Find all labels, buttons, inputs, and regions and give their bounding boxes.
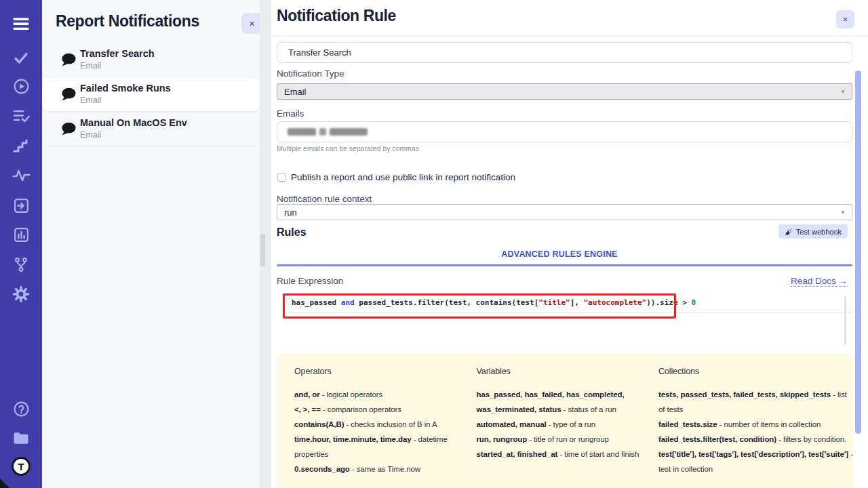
code-token-plain: ], — [570, 298, 584, 307]
list-item-title: Transfer Search — [80, 48, 155, 59]
emails-label: Emails — [277, 108, 304, 119]
help-entry: started_at, finished_at - time of start … — [476, 447, 640, 462]
rule-expression-label: Rule Expression — [277, 276, 343, 286]
help-column-title: Variables — [476, 364, 640, 379]
help-entry: time.hour, time.minute, time.day - datet… — [294, 432, 458, 462]
notification-type-label: Notification Type — [277, 68, 344, 79]
help-column-title: Operators — [294, 364, 458, 379]
header-divider — [271, 35, 868, 36]
code-token-string: "title" — [538, 298, 570, 307]
code-line: has_passed and passed_tests.filter(test,… — [283, 293, 853, 313]
rule-context-select[interactable]: run ▼ — [277, 204, 852, 220]
close-icon: × — [249, 18, 254, 29]
list-item[interactable]: Failed Smoke RunsEmail — [42, 77, 260, 112]
list-item-title: Manual On MacOS Env — [80, 117, 187, 128]
test-webhook-label: Test webhook — [796, 228, 842, 236]
sidebar-folder-icon[interactable] — [0, 428, 42, 448]
help-entry: 0.seconds_ago - same as Time.now — [294, 462, 458, 476]
help-entry: tests, passed_tests, failed_tests, skipp… — [658, 387, 853, 417]
app-logo: T — [12, 457, 31, 476]
rule-expression-editor[interactable]: has_passed and passed_tests.filter(test,… — [283, 293, 853, 350]
read-docs-link[interactable]: Read Docs → — [791, 276, 848, 287]
corner-wedge — [0, 479, 9, 488]
sidebar: T — [0, 0, 42, 488]
rule-name-input[interactable] — [277, 42, 852, 63]
rules-help-panel: Operatorsand, or - logical operators<, >… — [277, 354, 853, 488]
sidebar-sign-in-icon[interactable] — [0, 195, 42, 216]
editor-scrollbar[interactable] — [844, 296, 846, 345]
sidebar-activity-icon[interactable] — [0, 165, 42, 186]
plug-icon — [785, 228, 793, 236]
form-close-button[interactable]: × — [836, 10, 854, 28]
report-notifications-panel: Report Notifications × Transfer SearchEm… — [42, 0, 260, 488]
help-entry: test['title'], test['tags'], test['descr… — [658, 447, 853, 476]
code-token-keyword: and — [341, 298, 355, 307]
list-item[interactable]: Manual On MacOS EnvEmail — [42, 112, 260, 146]
list-item[interactable]: Transfer SearchEmail — [42, 43, 260, 77]
chevron-down-icon: ▼ — [840, 89, 846, 95]
chat-bubble-icon — [60, 121, 77, 140]
help-entry: failed_tests.size - number of items in c… — [658, 417, 853, 432]
notification-rules-list: Transfer SearchEmailFailed Smoke RunsEma… — [42, 43, 260, 146]
app-root: T Report Notifications × Transfer Search… — [0, 0, 868, 488]
sidebar-menu-icon[interactable] — [0, 14, 42, 34]
help-column-collections: Collectionstests, passed_tests, failed_t… — [658, 364, 853, 488]
test-webhook-button[interactable]: Test webhook — [778, 224, 848, 239]
page-scrollbar[interactable] — [855, 70, 861, 434]
code-token-plain: passed_tests.filter(test, contains(test[ — [355, 298, 539, 307]
help-entry: <, >, == - comparison operators — [294, 402, 458, 417]
rule-context-value: run — [284, 207, 297, 218]
left-panel-scrollbar[interactable] — [260, 234, 265, 266]
list-item-title: Failed Smoke Runs — [80, 83, 171, 94]
help-column-variables: Variableshas_passed, has_failed, has_com… — [476, 364, 640, 488]
help-entry: contains(A,B) - checks inclusion of B in… — [294, 417, 458, 432]
sidebar-gear-icon[interactable] — [0, 284, 42, 304]
rules-heading: Rules — [277, 226, 307, 239]
left-panel-title: Report Notifications — [56, 12, 199, 30]
code-token-string: "autocomplete" — [584, 298, 647, 307]
tab-advanced-rules-engine[interactable]: ADVANCED RULES ENGINE — [271, 249, 848, 259]
code-token-plain: )).size > — [646, 298, 691, 307]
panel-divider — [260, 0, 271, 488]
help-entry: run, rungroup - title of run or rungroup — [476, 432, 640, 447]
list-item-subtitle: Email — [80, 61, 101, 70]
sidebar-play-circle-icon[interactable] — [0, 76, 42, 96]
list-item-subtitle: Email — [80, 130, 101, 140]
publish-report-checkbox[interactable] — [277, 173, 286, 182]
notification-type-value: Email — [284, 87, 307, 97]
sidebar-bar-chart-icon[interactable] — [0, 224, 42, 245]
help-entry: automated, manual - type of a run — [476, 417, 640, 432]
page-title: Notification Rule — [277, 7, 396, 25]
sidebar-help-icon[interactable] — [0, 399, 42, 419]
chevron-down-icon: ▼ — [840, 209, 846, 216]
sidebar-check-icon[interactable] — [0, 47, 42, 68]
code-token-number: 0 — [691, 298, 696, 307]
help-entry: and, or - logical operators — [294, 387, 458, 402]
sidebar-list-check-icon[interactable] — [0, 106, 42, 126]
sidebar-steps-icon[interactable] — [0, 136, 42, 156]
sidebar-git-branch-icon[interactable] — [0, 254, 42, 274]
publish-report-label: Publish a report and use public link in … — [291, 172, 515, 182]
close-icon: × — [843, 14, 848, 24]
notification-rule-form: Notification Rule × Notification Type Em… — [271, 0, 868, 488]
code-token-plain: has_passed — [292, 298, 341, 307]
help-entry: has_passed, has_failed, has_completed, w… — [476, 387, 640, 417]
help-entry: failed_tests.filter(test, condition) - f… — [658, 432, 853, 447]
help-column-operators: Operatorsand, or - logical operators<, >… — [294, 364, 458, 488]
chat-bubble-icon — [60, 87, 77, 105]
help-column-title: Collections — [658, 364, 853, 379]
rule-context-label: Notification rule context — [277, 194, 372, 204]
redacted-email-value — [288, 128, 368, 136]
chat-bubble-icon — [60, 52, 77, 70]
notification-type-select[interactable]: Email ▼ — [277, 83, 852, 100]
sidebar-logo[interactable]: T — [0, 456, 42, 476]
active-tab-underline — [277, 264, 852, 266]
list-item-subtitle: Email — [80, 96, 101, 105]
emails-hint: Multiple emails can be separated by comm… — [277, 144, 419, 152]
